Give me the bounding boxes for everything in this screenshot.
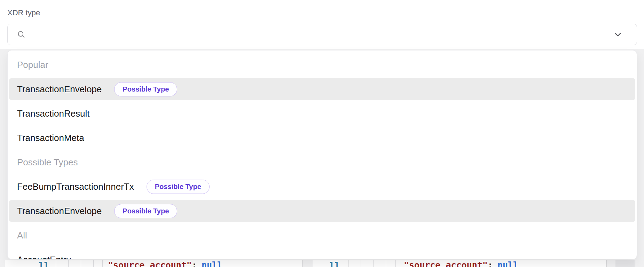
section-header-label: All [17, 230, 27, 241]
chevron-down-icon[interactable] [613, 30, 628, 39]
search-icon [17, 30, 26, 39]
gutter-border [348, 260, 348, 267]
option-label: TransactionEnvelope [17, 84, 102, 95]
json-key: "source_account" [108, 260, 192, 267]
json-diff-strip: 11 "source_account":null 11 "source_acco… [0, 260, 644, 267]
json-colon: : [192, 260, 197, 267]
json-value: null [497, 260, 518, 267]
indent-guide [81, 260, 81, 267]
dropdown-option-transaction-envelope[interactable]: TransactionEnvelope Possible Type [9, 77, 635, 101]
option-label: FeeBumpTransactionInnerTx [17, 181, 134, 192]
diff-right-panel: 11 "source_account":null [313, 260, 607, 267]
dropdown-option-fee-bump-transaction-inner-tx[interactable]: FeeBumpTransactionInnerTx Possible Type [8, 174, 637, 199]
xdr-type-dropdown: Popular TransactionEnvelope Possible Typ… [7, 50, 637, 259]
option-label: TransactionEnvelope [17, 206, 102, 217]
section-header-popular: Popular [8, 53, 637, 77]
possible-type-badge: Possible Type [114, 204, 177, 218]
dropdown-option-transaction-result[interactable]: TransactionResult [8, 101, 637, 126]
search-input[interactable] [31, 30, 613, 39]
json-value: null [202, 260, 222, 267]
section-header-label: Popular [17, 60, 48, 70]
indent-guide [386, 260, 386, 267]
diff-left-panel: 11 "source_account":null [5, 260, 303, 267]
xdr-type-label: XDR type [7, 8, 40, 17]
dropdown-option-transaction-envelope-2[interactable]: TransactionEnvelope Possible Type [9, 199, 635, 223]
indent-guide [102, 260, 103, 267]
minimap [615, 260, 635, 267]
json-key: "source_account" [404, 260, 488, 267]
indent-guide [373, 260, 374, 267]
gutter-border [56, 260, 56, 267]
json-colon: : [488, 260, 493, 267]
line-number: 11 [5, 260, 49, 267]
section-header-label: Possible Types [17, 157, 78, 168]
indent-guide [93, 260, 94, 267]
line-number: 11 [313, 260, 339, 267]
indent-guide [361, 260, 361, 267]
indent-guide [395, 260, 396, 267]
code-line: "source_account":null [108, 260, 222, 267]
option-label: TransactionMeta [17, 133, 84, 143]
dropdown-option-transaction-meta[interactable]: TransactionMeta [8, 126, 637, 150]
option-label: TransactionResult [17, 108, 90, 119]
panel-right-edge [637, 260, 637, 267]
xdr-type-select[interactable] [7, 24, 637, 45]
possible-type-badge: Possible Type [114, 82, 177, 96]
section-header-possible-types: Possible Types [8, 150, 637, 174]
indent-guide [68, 260, 69, 267]
dropdown-option-account-entry[interactable]: AccountEntry [8, 248, 637, 259]
code-line: "source_account":null [404, 260, 518, 267]
possible-type-badge: Possible Type [147, 180, 210, 194]
section-header-all: All [8, 223, 637, 248]
option-label: AccountEntry [17, 254, 71, 260]
